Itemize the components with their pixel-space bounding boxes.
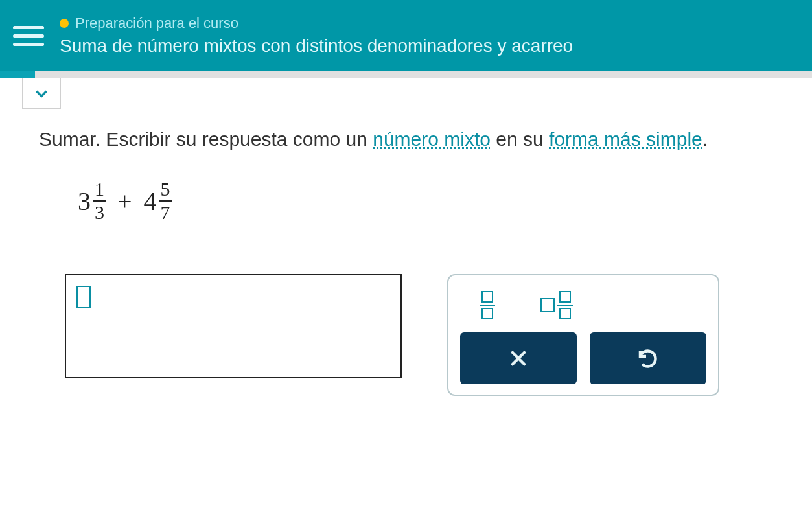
undo-icon bbox=[636, 347, 660, 370]
menu-icon[interactable] bbox=[13, 20, 44, 51]
topbar: Preparación para el curso Suma de número… bbox=[0, 0, 812, 71]
format-tools-row bbox=[460, 286, 706, 332]
instruction-middle: en su bbox=[491, 128, 549, 150]
answer-input[interactable] bbox=[65, 274, 402, 378]
term1-whole: 3 bbox=[78, 186, 91, 216]
toolbox bbox=[447, 274, 719, 396]
chevron-down-icon bbox=[33, 85, 50, 102]
input-placeholder-box bbox=[76, 286, 91, 308]
mixed-number-icon bbox=[540, 291, 573, 319]
term2-denominator: 7 bbox=[159, 203, 172, 222]
insert-fraction-button[interactable] bbox=[480, 291, 495, 319]
content-area: Sumar. Escribir su respuesta como un núm… bbox=[0, 78, 812, 409]
progress-bar bbox=[0, 71, 812, 78]
term-1: 3 1 3 bbox=[78, 180, 106, 222]
action-buttons-row bbox=[460, 332, 706, 384]
instruction-suffix: . bbox=[702, 128, 708, 150]
breadcrumb: Preparación para el curso bbox=[60, 15, 573, 32]
collapse-button[interactable] bbox=[22, 78, 61, 109]
insert-mixed-number-button[interactable] bbox=[540, 291, 573, 319]
header-text: Preparación para el curso Suma de número… bbox=[60, 15, 573, 56]
instruction-prefix: Sumar. Escribir su respuesta como un bbox=[39, 128, 373, 150]
close-icon bbox=[507, 347, 530, 370]
term-2: 4 5 7 bbox=[144, 180, 172, 222]
fraction-icon bbox=[480, 291, 495, 319]
term1-denominator: 3 bbox=[93, 203, 106, 222]
instruction-text: Sumar. Escribir su respuesta como un núm… bbox=[39, 124, 773, 154]
clear-button[interactable] bbox=[460, 332, 577, 384]
term2-numerator: 5 bbox=[159, 180, 172, 199]
term1-numerator: 1 bbox=[93, 180, 106, 199]
term2-whole: 4 bbox=[144, 186, 157, 216]
operator-plus: + bbox=[117, 186, 132, 216]
term2-fraction: 5 7 bbox=[159, 180, 172, 222]
page-title: Suma de número mixtos con distintos deno… bbox=[60, 36, 573, 56]
status-dot-icon bbox=[60, 19, 69, 28]
answer-row bbox=[65, 274, 773, 396]
math-expression: 3 1 3 + 4 5 7 bbox=[78, 180, 773, 222]
link-numero-mixto[interactable]: número mixto bbox=[373, 128, 491, 150]
term1-fraction: 1 3 bbox=[93, 180, 106, 222]
progress-segment bbox=[0, 71, 35, 78]
undo-button[interactable] bbox=[590, 332, 706, 384]
breadcrumb-label: Preparación para el curso bbox=[75, 15, 238, 32]
link-forma-mas-simple[interactable]: forma más simple bbox=[549, 128, 702, 150]
